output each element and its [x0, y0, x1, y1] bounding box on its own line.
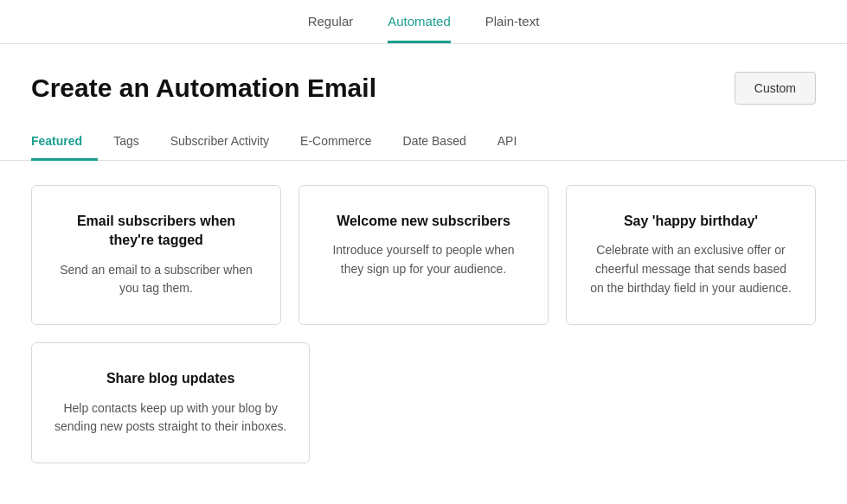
- cards-row-2: Share blog updates Help contacts keep up…: [31, 342, 816, 463]
- card-welcome-title: Welcome new subscribers: [320, 212, 527, 231]
- cards-area: Email subscribers when they're tagged Se…: [0, 161, 847, 488]
- top-nav: Regular Automated Plain-text: [0, 0, 847, 44]
- tab-regular[interactable]: Regular: [308, 14, 354, 43]
- card-placeholder-2: [581, 342, 816, 463]
- tab-tags[interactable]: Tags: [98, 125, 155, 161]
- card-blog-desc: Help contacts keep up with your blog by …: [53, 399, 288, 437]
- tab-plaintext[interactable]: Plain-text: [485, 14, 540, 43]
- tab-automated[interactable]: Automated: [388, 14, 451, 43]
- card-tagged[interactable]: Email subscribers when they're tagged Se…: [31, 185, 281, 325]
- card-welcome-desc: Introduce yourself to people when they s…: [320, 241, 527, 278]
- card-birthday-desc: Celebrate with an exclusive offer or che…: [587, 241, 794, 297]
- card-welcome[interactable]: Welcome new subscribers Introduce yourse…: [298, 185, 549, 325]
- page-header: Create an Automation Email Custom: [0, 44, 847, 125]
- card-placeholder-1: [327, 342, 562, 463]
- card-tagged-desc: Send an email to a subscriber when you t…: [53, 261, 260, 298]
- tab-ecommerce[interactable]: E-Commerce: [285, 125, 387, 161]
- tab-featured[interactable]: Featured: [31, 125, 98, 161]
- cards-row-1: Email subscribers when they're tagged Se…: [31, 185, 816, 325]
- custom-button[interactable]: Custom: [735, 72, 816, 105]
- tab-date-based[interactable]: Date Based: [388, 125, 482, 161]
- card-blog[interactable]: Share blog updates Help contacts keep up…: [31, 342, 310, 463]
- card-birthday[interactable]: Say 'happy birthday' Celebrate with an e…: [566, 185, 816, 325]
- page-title: Create an Automation Email: [31, 73, 376, 103]
- card-tagged-title: Email subscribers when they're tagged: [53, 212, 260, 251]
- tab-api[interactable]: API: [482, 125, 533, 161]
- tab-subscriber-activity[interactable]: Subscriber Activity: [155, 125, 285, 161]
- card-blog-title: Share blog updates: [53, 369, 288, 388]
- category-tabs: Featured Tags Subscriber Activity E-Comm…: [0, 125, 847, 161]
- card-birthday-title: Say 'happy birthday': [587, 212, 794, 231]
